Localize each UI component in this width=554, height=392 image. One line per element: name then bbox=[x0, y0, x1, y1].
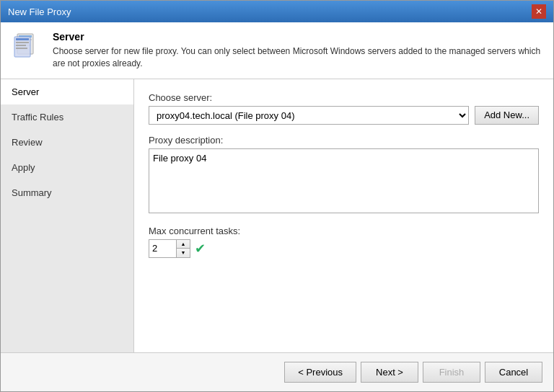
concurrent-row: ▲ ▼ ✔ bbox=[149, 239, 539, 258]
title-bar: New File Proxy ✕ bbox=[1, 1, 553, 22]
next-button[interactable]: Next > bbox=[361, 362, 418, 383]
number-field-group: ▲ ▼ bbox=[149, 239, 190, 258]
main-panel: Choose server: proxy04.tech.local (File … bbox=[134, 79, 553, 352]
server-select[interactable]: proxy04.tech.local (File proxy 04) bbox=[149, 106, 469, 125]
spin-down-button[interactable]: ▼ bbox=[177, 249, 190, 257]
window-title: New File Proxy bbox=[8, 6, 71, 17]
max-concurrent-input[interactable] bbox=[149, 240, 177, 257]
sidebar-item-server[interactable]: Server bbox=[1, 79, 133, 104]
svg-rect-7 bbox=[16, 42, 29, 43]
max-concurrent-label: Max concurrent tasks: bbox=[149, 226, 539, 236]
header-description: Choose server for new file proxy. You ca… bbox=[53, 45, 542, 70]
spin-up-button[interactable]: ▲ bbox=[177, 240, 190, 249]
sidebar: Server Traffic Rules Review Apply Summar… bbox=[1, 79, 134, 352]
header-area: Server Choose server for new file proxy.… bbox=[1, 22, 553, 79]
add-new-button[interactable]: Add New... bbox=[475, 106, 539, 125]
window: New File Proxy ✕ Server Choose server fo… bbox=[0, 0, 554, 392]
valid-icon: ✔ bbox=[195, 241, 206, 257]
spinner-buttons: ▲ ▼ bbox=[177, 240, 190, 257]
footer: < Previous Next > Finish Cancel bbox=[1, 352, 553, 391]
previous-button[interactable]: < Previous bbox=[284, 362, 356, 383]
server-icon bbox=[12, 31, 42, 61]
choose-server-label: Choose server: bbox=[149, 92, 539, 103]
proxy-description-label: Proxy description: bbox=[149, 135, 539, 146]
svg-rect-6 bbox=[16, 38, 29, 40]
cancel-button[interactable]: Cancel bbox=[485, 362, 542, 383]
svg-rect-9 bbox=[16, 48, 27, 49]
close-button[interactable]: ✕ bbox=[532, 4, 546, 19]
sidebar-item-review[interactable]: Review bbox=[1, 130, 133, 155]
header-text: Server Choose server for new file proxy.… bbox=[53, 31, 542, 70]
proxy-description-textarea[interactable]: File proxy 04 bbox=[149, 148, 539, 213]
server-row: proxy04.tech.local (File proxy 04) Add N… bbox=[149, 106, 539, 125]
sidebar-item-apply[interactable]: Apply bbox=[1, 155, 133, 180]
header-title: Server bbox=[53, 31, 542, 43]
proxy-description-group: Proxy description: File proxy 04 bbox=[149, 135, 539, 215]
svg-rect-8 bbox=[16, 45, 26, 46]
finish-button[interactable]: Finish bbox=[423, 362, 480, 383]
sidebar-item-traffic-rules[interactable]: Traffic Rules bbox=[1, 104, 133, 130]
sidebar-item-summary[interactable]: Summary bbox=[1, 180, 133, 205]
max-concurrent-group: Max concurrent tasks: ▲ ▼ ✔ bbox=[149, 226, 539, 258]
content-area: Server Traffic Rules Review Apply Summar… bbox=[1, 79, 553, 352]
choose-server-group: Choose server: proxy04.tech.local (File … bbox=[149, 92, 539, 125]
